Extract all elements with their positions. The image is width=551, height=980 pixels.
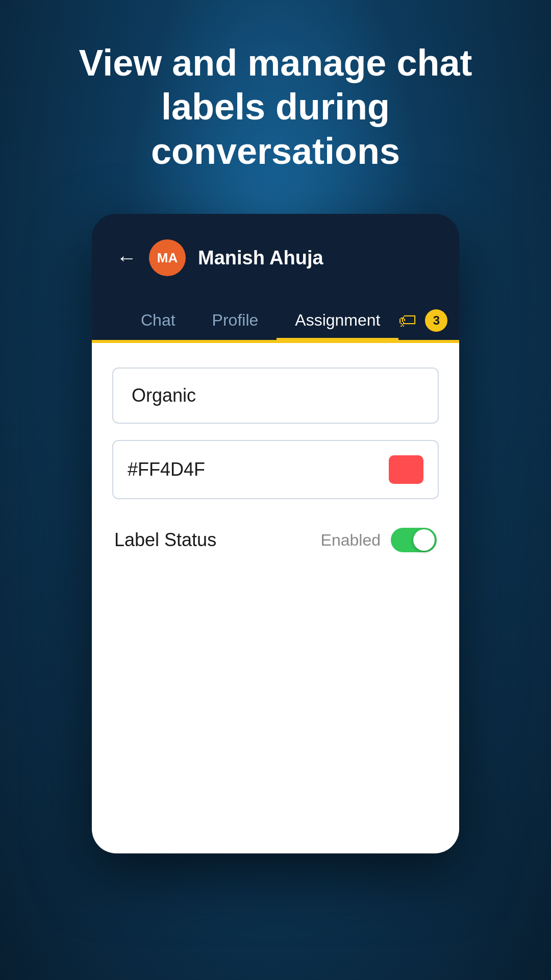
toggle-knob [413,529,435,551]
tab-bar: Chat Profile Assignment 🏷 3 [116,301,435,340]
tab-assignment[interactable]: Assignment [277,301,398,340]
color-hex-value: #FF4D4F [128,459,205,480]
back-button[interactable]: ← [116,247,137,270]
enabled-text: Enabled [321,531,381,550]
label-status-row: Label Status Enabled [112,524,439,556]
avatar: MA [149,239,186,276]
label-tag-icon[interactable]: 🏷 [398,310,417,331]
tab-profile[interactable]: Profile [194,301,277,340]
label-status-label: Label Status [114,529,216,551]
page-headline: View and manage chat labels during conve… [0,41,551,173]
tab-icons: 🏷 3 [398,309,447,332]
label-count-badge: 3 [425,309,447,332]
header-row: ← MA Manish Ahuja [116,239,435,276]
tab-chat[interactable]: Chat [122,301,194,340]
color-swatch[interactable] [389,455,423,484]
label-status-toggle[interactable] [391,528,437,552]
status-right: Enabled [321,528,437,552]
phone-card: ← MA Manish Ahuja Chat Profile Assignmen… [92,214,459,853]
color-field[interactable]: #FF4D4F [112,440,439,499]
content-area: #FF4D4F Label Status Enabled [92,343,459,853]
chat-header: ← MA Manish Ahuja Chat Profile Assignmen… [92,214,459,340]
contact-name: Manish Ahuja [198,247,323,269]
label-name-input[interactable] [112,368,439,424]
